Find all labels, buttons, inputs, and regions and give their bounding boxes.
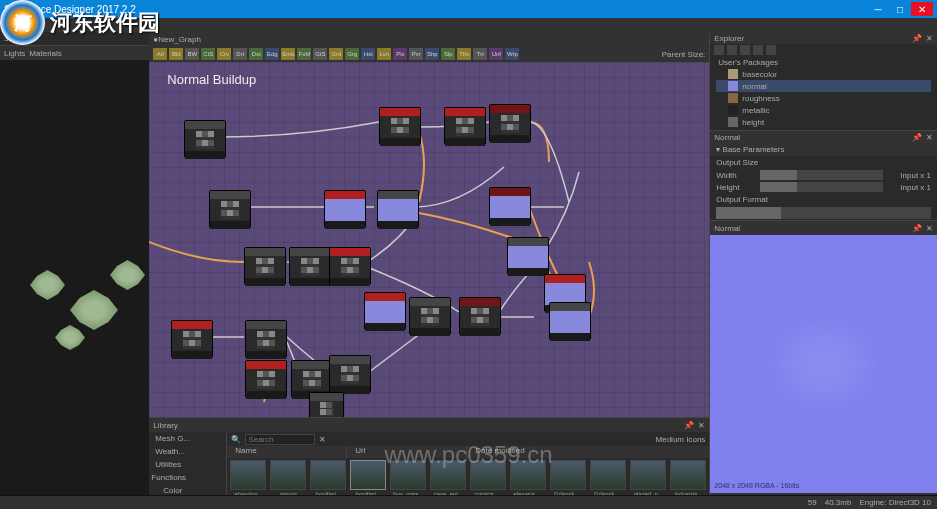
graph-node[interactable] <box>324 190 366 228</box>
graph-node[interactable] <box>245 360 287 398</box>
minimize-button[interactable]: ─ <box>867 2 889 16</box>
explorer-item[interactable]: basecolor <box>716 68 931 80</box>
tree-item[interactable]: Functions <box>149 471 226 484</box>
graph-node[interactable] <box>329 355 371 393</box>
slope-button[interactable]: Slp <box>441 48 455 60</box>
graph-node[interactable] <box>209 190 251 228</box>
fxm-button[interactable]: FxM <box>297 48 311 60</box>
level-button[interactable]: Lvn <box>377 48 391 60</box>
graph-node[interactable] <box>245 320 287 358</box>
materials-dropdown[interactable]: Materials <box>29 49 61 58</box>
close-panel-icon[interactable]: ✕ <box>926 34 933 43</box>
explorer-item[interactable]: normal <box>716 80 931 92</box>
viewport-3d-canvas[interactable] <box>0 60 149 495</box>
emb-button[interactable]: Emb <box>281 48 295 60</box>
memory-label: 40.3mb <box>825 498 852 507</box>
watermark-logo-text: 河东软件园 <box>50 8 160 38</box>
pxr-button[interactable]: Pxr <box>409 48 423 60</box>
explorer-item[interactable]: roughness <box>716 92 931 104</box>
toolbar-button[interactable] <box>740 45 750 55</box>
maximize-button[interactable]: □ <box>889 2 911 16</box>
explorer-title: Explorer <box>714 34 744 43</box>
grad-button[interactable]: Grd <box>329 48 343 60</box>
clear-search-icon[interactable]: ✕ <box>319 435 326 444</box>
bw-button[interactable]: BW <box>185 48 199 60</box>
close-button[interactable]: ✕ <box>911 2 933 16</box>
close-panel-icon[interactable]: ✕ <box>926 224 933 233</box>
warp-button[interactable]: Wrp <box>505 48 519 60</box>
tree-item[interactable]: Utilities <box>149 458 226 471</box>
close-panel-icon[interactable]: ✕ <box>698 421 705 430</box>
pin-icon[interactable]: 📌 <box>684 421 694 430</box>
graph-node[interactable] <box>244 247 286 285</box>
graph-tab[interactable]: ● New_Graph <box>149 32 709 46</box>
output-size-label: Output Size <box>710 156 937 169</box>
height-value: Input x 1 <box>887 183 931 192</box>
width-slider[interactable] <box>760 170 883 180</box>
toolbar-button[interactable] <box>714 45 724 55</box>
tree-item[interactable]: Mesh G... <box>149 432 226 445</box>
explorer-item[interactable]: height <box>716 116 931 128</box>
edge-button[interactable]: Edg <box>265 48 279 60</box>
grunge-button[interactable]: Grg <box>345 48 359 60</box>
column-url[interactable]: Url <box>347 446 467 458</box>
graph-node[interactable] <box>289 247 331 285</box>
gts-button[interactable]: GtS <box>313 48 327 60</box>
graph-node[interactable] <box>489 187 531 225</box>
width-value: Input x 1 <box>887 171 931 180</box>
view-mode-dropdown[interactable]: Medium Icons <box>656 435 706 444</box>
graph-node[interactable] <box>171 320 213 358</box>
transform-button[interactable]: Tfm <box>457 48 471 60</box>
base-parameters-section[interactable]: ▾ Base Parameters <box>710 143 937 156</box>
cts-button[interactable]: CtS <box>201 48 215 60</box>
lights-dropdown[interactable]: Lights <box>4 49 25 58</box>
curve-button[interactable]: Crv <box>217 48 231 60</box>
format-dropdown[interactable] <box>716 207 931 219</box>
explorer-panel: Explorer📌✕ User's Packages basecolor nor… <box>710 32 937 130</box>
atom-button[interactable]: Atl <box>153 48 167 60</box>
graph-node[interactable] <box>489 104 531 142</box>
graph-node[interactable] <box>444 107 486 145</box>
tree-item[interactable]: Weath... <box>149 445 226 458</box>
preview-2d-panel: Normal📌✕ 2048 x 2048 RGBA - 16bits <box>710 220 937 509</box>
viewport-3d-toolbar: Lights Materials <box>0 46 149 60</box>
graph-node[interactable] <box>507 237 549 275</box>
uniform-button[interactable]: Unf <box>489 48 503 60</box>
close-panel-icon[interactable]: ✕ <box>926 133 933 142</box>
toolbar-button[interactable] <box>727 45 737 55</box>
column-name[interactable]: Name <box>227 446 347 458</box>
toolbar-button[interactable] <box>766 45 776 55</box>
graph-node[interactable] <box>409 297 451 335</box>
graph-node[interactable] <box>459 297 501 335</box>
dirt-button[interactable]: Drt <box>233 48 247 60</box>
preview-2d-canvas[interactable]: 2048 x 2048 RGBA - 16bits <box>710 235 937 493</box>
graph-node[interactable] <box>549 302 591 340</box>
graph-node[interactable] <box>377 190 419 228</box>
explorer-section[interactable]: User's Packages <box>716 57 931 68</box>
dist-button[interactable]: Dst <box>249 48 263 60</box>
graph-node[interactable] <box>309 392 344 417</box>
graph-canvas[interactable]: Normal Buildup <box>149 62 709 417</box>
toolbar-button[interactable] <box>753 45 763 55</box>
search-icon: 🔍 <box>231 435 241 444</box>
graph-node[interactable] <box>379 107 421 145</box>
blend-button[interactable]: Bld <box>169 48 183 60</box>
pin-icon[interactable]: 📌 <box>912 34 922 43</box>
graph-node[interactable] <box>184 120 226 158</box>
library-search-input[interactable] <box>245 434 315 445</box>
graph-panel: ● New_Graph Atl Bld BW CtS Crv Drt Dst E… <box>149 32 709 417</box>
statusbar: 59 40.3mb Engine: Direct3D 10 <box>0 495 937 509</box>
pin-icon[interactable]: 📌 <box>912 224 922 233</box>
height-slider[interactable] <box>760 182 883 192</box>
graph-node[interactable] <box>329 247 371 285</box>
tile-button[interactable]: Trt <box>473 48 487 60</box>
properties-panel: Normal📌✕ ▾ Base Parameters Output Size W… <box>710 130 937 220</box>
explorer-item[interactable]: metallic <box>716 104 931 116</box>
pin-icon[interactable]: 📌 <box>912 133 922 142</box>
shape-button[interactable]: Shp <box>425 48 439 60</box>
watermark-logo-icon: 河 <box>0 0 45 45</box>
column-date[interactable]: Date modified <box>467 446 533 458</box>
pixel-button[interactable]: Plx <box>393 48 407 60</box>
graph-node[interactable] <box>364 292 406 330</box>
hist-button[interactable]: Hst <box>361 48 375 60</box>
